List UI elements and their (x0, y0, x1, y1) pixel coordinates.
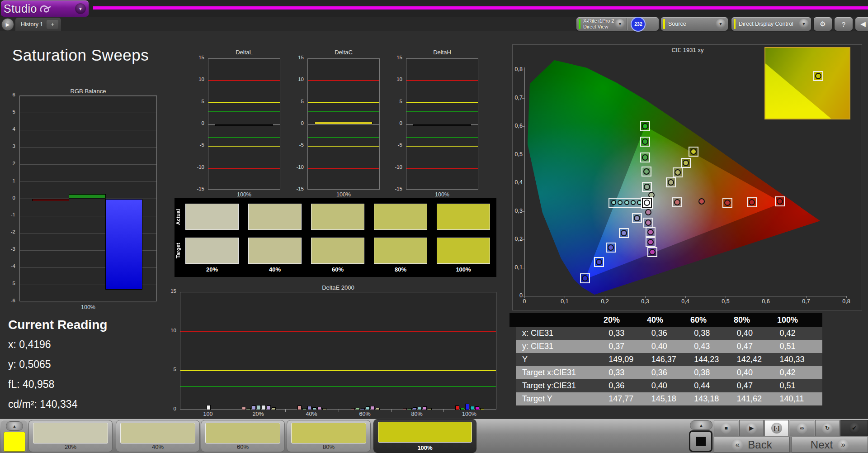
cie-x-tick-mark (524, 296, 525, 298)
display-control-dropdown[interactable]: Direct Display Control ▼ (731, 17, 811, 31)
pattern-patch-60%[interactable]: 60% (201, 420, 285, 452)
patch-label: 80% (287, 443, 370, 450)
table-row-label: Target y:CIE31 (516, 379, 609, 392)
cie-point (642, 154, 648, 161)
cie-y-tick-mark (522, 239, 524, 240)
deltae-bar (413, 407, 417, 410)
reading-y: y: 0,5065 (8, 358, 107, 371)
deltae-bar (423, 406, 427, 410)
source-dropdown-arrow-icon[interactable]: ▼ (716, 19, 726, 29)
deltae-bar (465, 404, 469, 410)
reference-line (208, 111, 280, 112)
gear-icon: ⚙ (820, 20, 826, 28)
pattern-patch-40%[interactable]: 40% (116, 420, 200, 452)
target-swatch (185, 238, 239, 264)
collapse-panel-button[interactable]: ◀ (855, 17, 868, 31)
meter-dropdown-arrow-icon[interactable]: ▼ (615, 19, 625, 29)
table-cell: 0,36 (609, 379, 651, 392)
y-tick-label: 1 (2, 178, 15, 183)
loop-icon: ∞ (800, 425, 804, 431)
cie-y-tick-mark (522, 98, 524, 99)
play-button[interactable]: ▶ (739, 420, 764, 436)
tab-history-1[interactable]: History 1 + (15, 18, 61, 31)
y-tick-label: 10 (161, 328, 176, 333)
settings-button[interactable]: ⚙ (814, 17, 832, 31)
target-swatch (437, 238, 490, 264)
cie-inset-gradient (765, 48, 849, 119)
current-pattern-swatch[interactable] (4, 432, 25, 452)
play-tab-icon: ▶ (6, 22, 9, 28)
swatch-column-label: 40% (248, 266, 302, 273)
transport-up-button[interactable]: ▲ (690, 420, 712, 430)
deltae-bar (371, 406, 375, 410)
refresh-button[interactable]: ↻ (815, 420, 840, 436)
pattern-patch-100%[interactable]: 100% (373, 419, 476, 453)
delta-h-yticks: 151050-5-10-15 (390, 58, 404, 190)
y-tick-label: 0 (190, 120, 204, 126)
cie-point (749, 199, 755, 205)
pattern-up-button[interactable]: ▲ (6, 421, 23, 431)
table-cell: 0,51 (779, 379, 822, 392)
reference-line (308, 111, 379, 112)
app-window: Studio ▼ ▶ History 1 + X-Rite i1Pro 2 Di… (0, 0, 868, 453)
y-tick-label: -10 (190, 164, 204, 170)
help-button[interactable]: ? (835, 17, 853, 31)
deltae-plot (180, 292, 496, 410)
patch-label: 40% (116, 443, 199, 450)
y-tick-label: 2 (2, 161, 15, 166)
cie-x-tick-mark (766, 296, 766, 298)
cie-y-tick-label: 0,2 (513, 236, 523, 242)
delta-l-plot (208, 58, 280, 190)
reference-line (308, 137, 379, 138)
y-tick-label: 0 (289, 120, 304, 126)
next-button[interactable]: Next » (792, 437, 868, 453)
y-tick-label: 10 (289, 76, 304, 82)
y-tick-label: -2 (2, 229, 15, 234)
tab-scroll-button[interactable]: ▶ (1, 18, 14, 31)
add-tab-button[interactable]: + (47, 20, 58, 29)
back-button[interactable]: « Back (714, 437, 790, 453)
table-cell: 0,44 (694, 379, 737, 392)
current-reading: Current Reading x: 0,4196 y: 0,5065 fL: … (8, 318, 107, 418)
y-tick-label: 5 (161, 367, 176, 372)
delta-h-title: DeltaH (406, 49, 478, 56)
table-cell: 0,47 (737, 379, 780, 392)
cie-y-tick-mark (522, 70, 524, 70)
pattern-patch-80%[interactable]: 80% (287, 420, 371, 452)
display-dropdown-arrow-icon[interactable]: ▼ (799, 19, 809, 29)
y-tick-label: 15 (161, 288, 176, 294)
pattern-patch-20%[interactable]: 20% (28, 420, 113, 452)
meter-count-badge[interactable]: 232 (631, 17, 646, 32)
frame-icon: [·] (774, 425, 779, 431)
reference-line (180, 370, 496, 371)
y-tick-label: 0 (388, 120, 402, 126)
stop-button[interactable]: ■ (714, 420, 738, 436)
continuous-measure-button[interactable]: ∞ (790, 420, 814, 436)
table-cell: 0,38 (694, 366, 737, 379)
source-dropdown[interactable]: Source ▼ (661, 17, 728, 31)
cie-y-tick-mark (522, 155, 524, 155)
cie-x-tick-label: 0,4 (676, 298, 694, 305)
gridline (20, 164, 156, 165)
meter-dropdown[interactable]: X-Rite i1Pro 2 Direct View ▼ 232 (576, 17, 659, 31)
y-tick-label: -5 (289, 142, 304, 148)
up-arrow-icon: ▲ (699, 423, 703, 428)
table-cell: 147,77 (609, 392, 651, 405)
logo-dropdown-arrow-icon[interactable]: ▼ (75, 3, 86, 14)
table-cell: 0,40 (651, 379, 694, 392)
cie-y-tick-label: 0,8 (513, 66, 523, 72)
current-reading-heading: Current Reading (8, 318, 107, 332)
deltae-group-label: 100 (190, 411, 226, 417)
studio-menu-button[interactable]: Studio ▼ (1, 0, 89, 17)
cie-point (642, 123, 648, 129)
single-measure-button[interactable]: [·] (764, 420, 789, 436)
stop-measure-button[interactable] (689, 430, 712, 452)
cie-x-axis (524, 296, 847, 296)
reference-line (180, 331, 496, 332)
y-tick-label: -10 (388, 164, 402, 170)
table-cell: 140,11 (779, 392, 822, 405)
cie-y-tick-label: 0,3 (513, 208, 523, 214)
refresh-icon: ↻ (825, 425, 830, 431)
next-label: Next (811, 439, 833, 451)
accept-button[interactable]: ✔ (840, 420, 868, 436)
